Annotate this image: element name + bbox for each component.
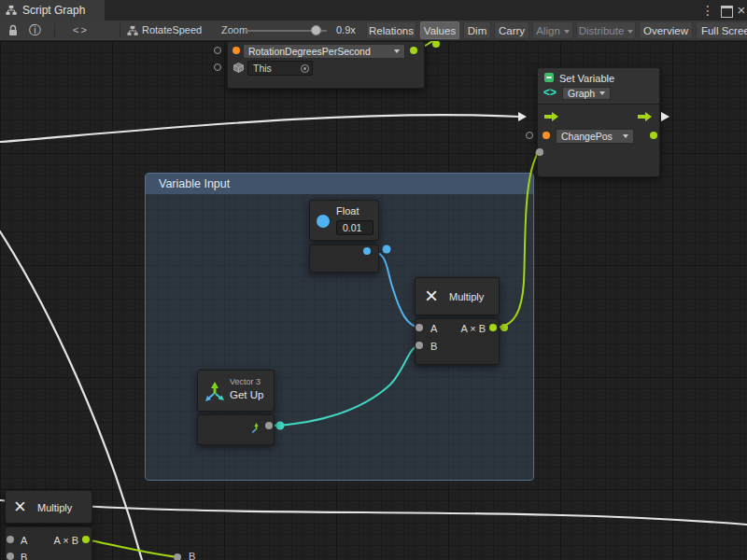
chevron-down-icon xyxy=(599,91,605,95)
zoom-slider-handle[interactable] xyxy=(311,25,321,35)
node-multiply[interactable]: × Multiply xyxy=(415,277,500,315)
close-icon[interactable]: × xyxy=(734,0,747,21)
variable-scope-dropdown[interactable]: Graph xyxy=(562,87,611,100)
vector3-mini-icon xyxy=(250,422,262,434)
variable-icon xyxy=(543,72,555,83)
node-multiply-2-ports[interactable]: A A × B B xyxy=(5,526,92,560)
fragment-port-label: B xyxy=(189,551,195,560)
set-variable-name-dropdown[interactable]: ChangePos xyxy=(556,129,634,144)
flow-out-arrow-icon xyxy=(638,111,653,122)
port-multiply-a[interactable] xyxy=(416,324,423,331)
port-variable-name[interactable] xyxy=(233,47,240,54)
toolbar-separator xyxy=(54,23,55,37)
port-multiply2-result[interactable] xyxy=(82,536,90,543)
port-value-input[interactable] xyxy=(536,148,543,156)
node-multiply-2[interactable]: × Multiply xyxy=(5,490,92,524)
carry-label: Carry xyxy=(499,25,525,36)
maximize-icon[interactable] xyxy=(721,6,733,18)
align-button[interactable]: Align xyxy=(532,21,573,39)
port-input[interactable] xyxy=(526,132,533,139)
info-icon[interactable]: ⓘ xyxy=(29,21,41,40)
group-header[interactable]: Variable Input xyxy=(146,174,533,194)
set-variable-name: ChangePos xyxy=(561,131,613,142)
graph-toolbar: ⓘ <> RotateSpeed Zoom 0.9x Relations Val… xyxy=(0,21,747,41)
port-output-connected[interactable] xyxy=(410,47,417,54)
port-multiply-result[interactable] xyxy=(489,324,497,331)
values-button[interactable]: Values xyxy=(420,21,459,39)
group-title: Variable Input xyxy=(159,177,230,190)
port-input[interactable] xyxy=(214,47,221,54)
node-set-variable[interactable]: Set Variable <> Graph ChangePos xyxy=(537,67,660,177)
overview-button[interactable]: Overview xyxy=(639,21,693,39)
distribute-button[interactable]: Distribute xyxy=(576,21,636,39)
multiply-title: Multiply xyxy=(449,291,484,302)
chevron-down-icon xyxy=(623,134,628,138)
float-title: Float xyxy=(336,205,359,217)
get-up-title: Get Up xyxy=(230,389,263,400)
dim-button[interactable]: Dim xyxy=(463,21,491,39)
carry-button[interactable]: Carry xyxy=(494,21,529,39)
float-value-field[interactable]: 0.01 xyxy=(336,220,374,235)
zoom-value: 0.9x xyxy=(336,21,356,40)
variable-scope-label: Graph xyxy=(568,88,595,99)
node-get-up-ports[interactable] xyxy=(197,414,275,445)
port-input[interactable] xyxy=(214,63,221,71)
object-picker-icon[interactable] xyxy=(301,64,309,73)
port-label-a: A xyxy=(430,323,437,334)
port-multiply2-a[interactable] xyxy=(7,536,14,543)
port-label-result: A × B xyxy=(460,323,486,334)
node-float[interactable]: Float 0.01 xyxy=(309,200,379,241)
port-multiply2-b[interactable] xyxy=(7,553,14,560)
graph-variable-kind-icon: <> xyxy=(543,86,557,99)
multiply-icon: × xyxy=(14,496,26,518)
multiply-2-title: Multiply xyxy=(37,502,72,513)
port-flow-in[interactable] xyxy=(518,112,527,121)
float-icon xyxy=(317,215,330,228)
target-object-field[interactable]: This xyxy=(247,61,313,76)
unity-script-graph-window: Script Graph ⋮ × ⓘ <> RotateSpeed Zoom 0… xyxy=(0,0,747,560)
script-graph-icon xyxy=(6,5,17,16)
lock-icon[interactable] xyxy=(7,24,19,37)
full-screen-button[interactable]: Full Screen xyxy=(696,21,747,39)
node-get-variable[interactable]: RotationDegreesPerSecond This xyxy=(227,41,425,89)
port-get-up-output[interactable] xyxy=(265,422,273,429)
values-label: Values xyxy=(424,25,456,36)
node-get-up[interactable]: Vector 3 Get Up xyxy=(197,370,275,412)
relations-button[interactable]: Relations xyxy=(366,21,416,39)
port-output-connected[interactable] xyxy=(650,132,657,139)
window-title: Script Graph xyxy=(22,4,85,17)
code-icon[interactable]: <> xyxy=(73,21,89,40)
port-variable-name[interactable] xyxy=(543,132,550,139)
variable-name: RotationDegreesPerSecond xyxy=(248,46,371,57)
zoom-label: Zoom xyxy=(221,21,247,40)
port-flow-out[interactable] xyxy=(661,112,669,121)
flow-in-arrow-icon xyxy=(544,111,559,122)
dim-label: Dim xyxy=(468,25,486,36)
port-label-result: A × B xyxy=(53,535,78,546)
target-object-label: This xyxy=(253,63,272,74)
distribute-label: Distribute xyxy=(579,25,625,36)
node-multiply-ports[interactable]: A A × B B xyxy=(415,318,500,365)
title-bar: Script Graph ⋮ × xyxy=(0,0,747,21)
align-label: Align xyxy=(536,25,560,36)
kebab-menu-icon[interactable]: ⋮ xyxy=(700,0,715,21)
port-label-a: A xyxy=(21,535,27,546)
port-fragment-b[interactable] xyxy=(174,553,181,560)
variable-name-dropdown[interactable]: RotationDegreesPerSecond xyxy=(243,44,405,59)
cube-icon xyxy=(233,63,244,73)
float-value: 0.01 xyxy=(343,222,361,233)
graph-name-label: RotateSpeed xyxy=(142,21,202,40)
get-up-type-label: Vector 3 xyxy=(230,377,261,386)
tab-script-graph[interactable]: Script Graph xyxy=(0,0,105,21)
toolbar-separator xyxy=(120,23,120,37)
overview-label: Overview xyxy=(643,25,688,36)
relations-label: Relations xyxy=(369,25,414,36)
chevron-down-icon xyxy=(394,49,400,53)
port-float-output[interactable] xyxy=(363,247,371,255)
chevron-down-icon xyxy=(627,30,633,34)
chevron-down-icon xyxy=(564,30,570,34)
port-multiply-b[interactable] xyxy=(416,342,423,349)
full-screen-label: Full Screen xyxy=(701,25,747,36)
port-label-b: B xyxy=(21,552,27,560)
set-variable-title: Set Variable xyxy=(559,73,614,84)
